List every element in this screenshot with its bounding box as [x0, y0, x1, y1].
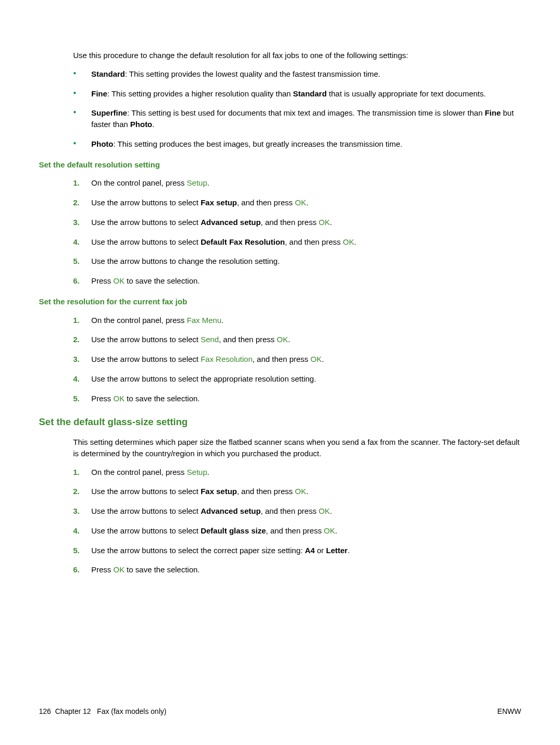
menu-label: Setup [187, 468, 207, 476]
menu-label: OK [343, 237, 354, 246]
step: Press OK to save the selection. [73, 393, 521, 404]
option-name: Fine [91, 89, 107, 98]
step-text: On the control panel, press [91, 178, 187, 187]
menu-label: OK [277, 335, 288, 344]
menu-label: OK [311, 355, 322, 363]
step-text: . [330, 218, 332, 227]
step: Use the arrow buttons to select Advanced… [73, 505, 521, 517]
step: Use the arrow buttons to select Send, an… [73, 334, 521, 345]
menu-label: OK [114, 276, 125, 285]
option-desc: : This setting provides a higher resolut… [107, 89, 293, 98]
step: Press OK to save the selection. [73, 564, 521, 575]
heading-current-job-resolution: Set the resolution for the current fax j… [39, 296, 521, 307]
manual-page: Use this procedure to change the default… [0, 0, 560, 745]
step-text: , and then press [237, 198, 295, 207]
inline-bold: Photo [130, 120, 152, 129]
option-desc: : This setting produces the best images,… [114, 139, 403, 148]
menu-label: Setup [187, 178, 207, 187]
step-text: . [207, 468, 209, 476]
step: Use the arrow buttons to select Default … [73, 236, 521, 248]
step-text: Use the arrow buttons to select [91, 487, 201, 496]
step-text: Use the arrow buttons to select [91, 526, 201, 535]
step-text: , and then press [266, 526, 324, 535]
step-text: , and then press [285, 237, 343, 246]
list-item: Photo: This setting produces the best im… [73, 138, 521, 150]
step-text: , and then press [253, 355, 311, 363]
step-text: . [306, 198, 308, 207]
chapter-title: Fax (fax models only) [97, 707, 166, 715]
glass-size-description: This setting determines which paper size… [73, 437, 521, 459]
footer-right: ENWW [497, 706, 521, 716]
step: Press OK to save the selection. [73, 275, 521, 287]
step-text: Use the arrow buttons to select [91, 335, 201, 344]
step-text: . [354, 237, 356, 246]
page-footer: 126 Chapter 12 Fax (fax models only) ENW… [39, 706, 521, 716]
inline-bold: Standard [293, 89, 327, 98]
step-text: Use the arrow buttons to select [91, 218, 201, 227]
step-text: Press [91, 276, 114, 285]
steps-default-resolution: On the control panel, press Setup. Use t… [73, 177, 521, 287]
menu-label: OK [319, 507, 330, 515]
step: Use the arrow buttons to select the corr… [73, 545, 521, 556]
page-number: 126 [39, 707, 51, 715]
step: On the control panel, press Setup. [73, 177, 521, 189]
step-text: On the control panel, press [91, 468, 187, 476]
step-text: Use the arrow buttons to select [91, 507, 201, 515]
inline-bold: Default Fax Resolution [201, 237, 285, 246]
step-text: . [221, 316, 223, 325]
step-text: On the control panel, press [91, 316, 187, 325]
intro-text: Use this procedure to change the default… [73, 50, 521, 61]
heading-default-resolution: Set the default resolution setting [39, 159, 521, 171]
step-text: , and then press [237, 487, 295, 496]
step-text: . [306, 487, 308, 496]
step-text: or [315, 546, 326, 555]
list-item: Standard: This setting provides the lowe… [73, 68, 521, 80]
menu-label: Send [201, 335, 219, 344]
menu-label: OK [295, 487, 306, 496]
menu-label: OK [295, 198, 306, 207]
step-text: Use the arrow buttons to select [91, 355, 201, 363]
step: Use the arrow buttons to select Advanced… [73, 217, 521, 228]
option-desc: : This setting provides the lowest quali… [125, 69, 380, 78]
step: On the control panel, press Setup. [73, 467, 521, 478]
step-text: . [321, 355, 324, 363]
inline-bold: Advanced setup [201, 507, 261, 515]
inline-bold: Default glass size [201, 526, 266, 535]
step-text: Press [91, 394, 114, 403]
step-text: to save the selection. [124, 276, 200, 285]
option-desc: that is usually appropriate for text doc… [327, 89, 486, 98]
menu-label: OK [114, 565, 125, 574]
step: Use the arrow buttons to select Fax setu… [73, 486, 521, 497]
step-text: , and then press [261, 507, 319, 515]
step-text: Use the arrow buttons to select [91, 198, 201, 207]
menu-label: OK [324, 526, 335, 535]
step-text: . [207, 178, 209, 187]
option-name: Standard [91, 69, 125, 78]
step-text: to save the selection. [124, 565, 200, 574]
step-text: . [330, 507, 332, 515]
resolution-options-list: Standard: This setting provides the lowe… [73, 68, 521, 150]
option-desc: . [152, 120, 155, 129]
inline-bold: Fax setup [201, 487, 237, 496]
step: Use the arrow buttons to select Fax Reso… [73, 354, 521, 365]
menu-label: Fax Menu [187, 316, 221, 325]
menu-label: OK [114, 394, 125, 403]
step-text: . [335, 526, 337, 535]
step: Use the arrow buttons to select Fax setu… [73, 197, 521, 208]
step: Use the arrow buttons to select the appr… [73, 373, 521, 385]
step-text: . [347, 546, 349, 555]
inline-bold: A4 [305, 546, 315, 555]
option-name: Photo [91, 139, 114, 148]
step-text: Use the arrow buttons to select [91, 237, 201, 246]
inline-bold: Fine [485, 108, 501, 117]
steps-glass-size: On the control panel, press Setup. Use t… [73, 467, 521, 576]
step: On the control panel, press Fax Menu. [73, 315, 521, 326]
menu-label: OK [319, 218, 330, 227]
step-text: . [288, 335, 290, 344]
footer-left: 126 Chapter 12 Fax (fax models only) [39, 706, 166, 716]
option-name: Superfine [91, 108, 127, 117]
chapter-number: Chapter 12 [55, 707, 91, 715]
step-text: to save the selection. [124, 394, 200, 403]
step-text: , and then press [261, 218, 319, 227]
inline-bold: Letter [326, 546, 348, 555]
